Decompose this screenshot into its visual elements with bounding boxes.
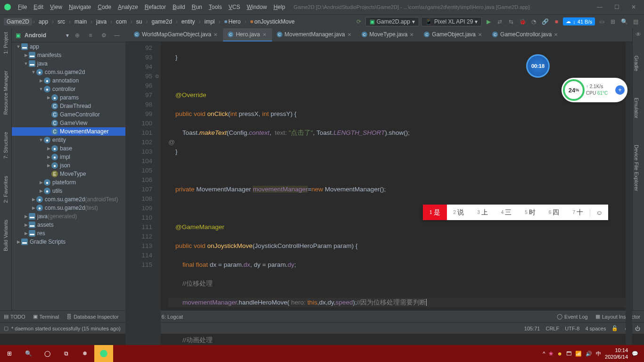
tray-battery-icon[interactable]: 🗔 xyxy=(566,351,571,356)
attach-debugger-icon[interactable]: 🔗 xyxy=(540,17,550,26)
tree-node-java[interactable]: ▶▬java (generated) xyxy=(12,212,125,221)
sdk-manager-icon[interactable]: ⊞ xyxy=(608,17,618,26)
left-tab-3[interactable]: 2: Favorites xyxy=(2,172,9,206)
ime-candidate-1[interactable]: 1 是 xyxy=(423,205,447,220)
database-tool-button[interactable]: 🗄 Database Inspector xyxy=(66,314,118,320)
hide-icon[interactable]: — xyxy=(112,31,122,40)
tree-node-com-su-game2d[interactable]: ▼●com.su.game2d xyxy=(12,68,125,76)
right-tab-1[interactable]: Emulator xyxy=(633,94,640,122)
tray-ime-indicator[interactable]: 中 xyxy=(596,350,601,357)
stop-button[interactable]: ■ xyxy=(552,17,561,26)
menu-help[interactable]: Help xyxy=(271,3,288,11)
menu-vcs[interactable]: VCS xyxy=(226,3,243,11)
tab-movetype[interactable]: CMoveType.java✕ xyxy=(357,28,420,41)
tree-node-params[interactable]: ▶●params xyxy=(12,93,125,102)
plus-icon[interactable]: + xyxy=(615,85,625,95)
left-tab-0[interactable]: 1: Project xyxy=(2,28,9,58)
ime-candidate-4[interactable]: 4 三 xyxy=(495,205,519,220)
apply-changes-icon[interactable]: ⇄ xyxy=(495,17,504,26)
menu-navigate[interactable]: Navigate xyxy=(66,3,94,11)
code-editor[interactable]: } @Override public void onClick(int pres… xyxy=(161,42,626,362)
tray-chevron-icon[interactable]: ^ xyxy=(543,351,545,356)
breadcrumb-onjoystickmove[interactable]: onJoystickMove xyxy=(248,18,297,25)
tab-hero[interactable]: CHero.java✕ xyxy=(223,28,272,41)
right-tab-0[interactable]: Gradle xyxy=(633,52,640,75)
tree-node-com-su-game2d[interactable]: ▶●com.su.game2d (test) xyxy=(12,204,125,212)
menu-edit[interactable]: Edit xyxy=(31,3,46,11)
tab-gamecontrollor[interactable]: CGameControllor.java✕ xyxy=(487,28,563,41)
tree-node-base[interactable]: ▶●base xyxy=(12,144,125,153)
search-icon[interactable]: 🔍 xyxy=(619,17,629,26)
device-selector[interactable]: 📱Pixel XL API 29▾ xyxy=(421,17,482,26)
timer-widget[interactable]: 00:18 xyxy=(526,54,550,78)
close-icon[interactable]: ✕ xyxy=(214,32,218,37)
ime-emoji-icon[interactable]: ☺ xyxy=(590,209,608,216)
sync-icon[interactable]: ⟳ xyxy=(354,17,363,26)
close-icon[interactable]: ✕ xyxy=(478,32,483,37)
breadcrumb-java[interactable]: java xyxy=(93,18,109,25)
menu-window[interactable]: Window xyxy=(244,3,270,11)
close-icon[interactable]: ✕ xyxy=(410,32,414,37)
minimize-button[interactable]: — xyxy=(595,2,604,12)
collapse-icon[interactable]: ≡ xyxy=(86,31,95,40)
tree-node-gradle scripts[interactable]: ▶▬Gradle Scripts xyxy=(12,238,125,246)
menu-tools[interactable]: Tools xyxy=(206,3,225,11)
tree-node-utils[interactable]: ▶●utils xyxy=(12,187,125,195)
task-view-button[interactable]: ⧉ xyxy=(57,345,75,362)
power-save-icon[interactable]: ⏻ xyxy=(635,326,640,331)
menu-refactor[interactable]: Refactor xyxy=(142,3,169,11)
close-button[interactable]: ✕ xyxy=(629,2,638,12)
avd-manager-icon[interactable]: ▭ xyxy=(597,17,606,26)
gear-icon[interactable]: ⚙ xyxy=(99,31,108,40)
tree-node-drawthread[interactable]: CDrawThread xyxy=(12,102,125,110)
tree-node-assets[interactable]: ▶▬assets xyxy=(12,221,125,229)
breadcrumb-su[interactable]: su xyxy=(133,18,145,25)
left-tab-1[interactable]: Resource Manager xyxy=(2,67,9,119)
right-tab-2[interactable]: Device File Explorer xyxy=(633,141,640,195)
search-button[interactable]: 🔍 xyxy=(19,345,38,362)
menu-build[interactable]: Build xyxy=(170,3,188,11)
tab-movementmanager[interactable]: CMovementManager.java✕ xyxy=(272,28,357,41)
tree-node-res[interactable]: ▶▬res xyxy=(12,229,125,238)
ime-candidate-3[interactable]: 3 上 xyxy=(471,205,495,220)
menu-run[interactable]: Run xyxy=(189,3,205,11)
ime-candidate-7[interactable]: 7 十 xyxy=(566,205,590,220)
menu-file[interactable]: File xyxy=(15,3,30,11)
cpu-monitor-widget[interactable]: 24% ↑ 2.1K/s CPU 61°C + xyxy=(561,78,627,102)
tree-node-movetype[interactable]: EMoveType xyxy=(12,170,125,178)
tree-node-manifests[interactable]: ▶▬manifests xyxy=(12,51,125,59)
tree-node-annotation[interactable]: ▶●annotation xyxy=(12,76,125,85)
maximize-button[interactable]: ☐ xyxy=(612,2,621,12)
taskbar-app-1[interactable]: ❅ xyxy=(75,345,94,362)
profile-icon[interactable]: ◔ xyxy=(529,17,538,26)
left-tab-2[interactable]: 7: Structure xyxy=(2,128,9,163)
tree-node-json[interactable]: ▶●json xyxy=(12,161,125,170)
android-studio-taskbar[interactable] xyxy=(94,345,113,362)
breadcrumb-app[interactable]: app xyxy=(36,18,51,25)
settings-icon[interactable]: ▤ xyxy=(631,17,640,26)
tab-gameobject[interactable]: CGameObject.java✕ xyxy=(419,28,487,41)
tab-worldmapgameobject[interactable]: CWorldMapGameObject.java✕ xyxy=(129,28,223,41)
tree-node-gameview[interactable]: CGameView xyxy=(12,119,125,127)
breadcrumb-src[interactable]: src xyxy=(55,18,68,25)
tree-node-impl[interactable]: ▶●impl xyxy=(12,153,125,161)
sidebar-view-selector[interactable]: Android xyxy=(25,32,62,39)
breadcrumb-game2d[interactable]: game2d xyxy=(149,18,174,25)
tree-node-gamecontrollor[interactable]: CGameControllor xyxy=(12,110,125,119)
system-clock[interactable]: 10:142020/6/14 xyxy=(605,347,628,361)
ime-candidate-2[interactable]: 2 说 xyxy=(447,205,471,220)
tray-volume-icon[interactable]: 🔊 xyxy=(586,351,592,357)
close-icon[interactable]: ✕ xyxy=(263,32,267,37)
action-center-icon[interactable]: 💬 xyxy=(632,351,638,357)
close-icon[interactable]: ✕ xyxy=(347,32,352,37)
tree-node-java[interactable]: ▼▬java xyxy=(12,59,125,68)
debug-button[interactable]: 🐞 xyxy=(518,17,527,26)
ime-candidate-5[interactable]: 5 时 xyxy=(518,205,542,220)
tree-node-movementmanager[interactable]: CMovementManager xyxy=(12,127,125,136)
tray-icon-2[interactable]: ☻ xyxy=(557,351,562,356)
breadcrumb-com[interactable]: com xyxy=(113,18,130,25)
tree-node-com-su-game2d[interactable]: ▶●com.su.game2d (androidTest) xyxy=(12,195,125,204)
breadcrumb-game2d[interactable]: Game2D xyxy=(4,18,32,25)
tree-node-plateform[interactable]: ▶●plateform xyxy=(12,178,125,187)
run-config-selector[interactable]: ▣Game2D.app▾ xyxy=(365,17,419,26)
